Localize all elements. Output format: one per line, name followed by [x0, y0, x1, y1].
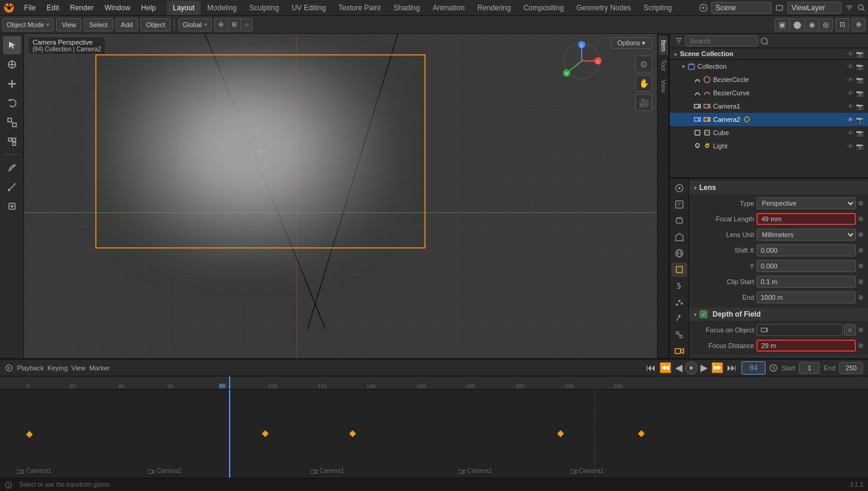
output-props-icon[interactable]	[671, 197, 687, 212]
scene-eye-icon[interactable]: 👁	[848, 51, 854, 57]
end-frame-input[interactable]: 250	[839, 362, 863, 374]
view-layer-input[interactable]	[787, 2, 841, 14]
physics-props-icon[interactable]	[671, 311, 687, 326]
tab-texture-paint[interactable]: Texture Paint	[333, 1, 387, 15]
transform-selector[interactable]: Global ▾	[178, 18, 212, 31]
aperture-section-header[interactable]: ▾ Aperture	[689, 355, 868, 358]
lens-section-header[interactable]: ▾ Lens	[689, 181, 868, 194]
camera1-row[interactable]: Camera1 👁 📷	[670, 100, 868, 113]
shift-x-value[interactable]: 0.000	[756, 244, 856, 256]
proportional-btn[interactable]: ○	[241, 20, 253, 30]
scene-props-icon[interactable]	[671, 230, 687, 245]
snap-btn[interactable]: ⊞	[228, 19, 241, 30]
cursor-icon[interactable]	[3, 55, 21, 74]
object-props-icon[interactable]	[671, 262, 687, 277]
scene-camera-icon[interactable]: 📷	[856, 51, 863, 57]
annotate-icon[interactable]	[3, 159, 21, 177]
focus-object-picker[interactable]	[756, 324, 843, 336]
menu-render[interactable]: Render	[65, 2, 98, 13]
tab-sculpting[interactable]: Sculpting	[244, 1, 285, 15]
zoom-to-fit-icon[interactable]: ⊙	[635, 55, 652, 72]
select-menu[interactable]: Select	[84, 18, 113, 31]
focus-object-clear[interactable]: ✕	[844, 324, 856, 336]
focal-length-dot[interactable]	[858, 217, 863, 221]
measure-icon[interactable]	[3, 178, 21, 196]
render-props-icon[interactable]	[671, 181, 687, 196]
render-btn[interactable]: ◎	[819, 19, 832, 30]
shift-x-dot[interactable]	[858, 248, 863, 253]
play-backward-btn[interactable]: ◀	[674, 361, 684, 375]
clip-end-dot[interactable]	[858, 295, 863, 300]
tab-animation[interactable]: Animation	[427, 1, 471, 15]
tab-rendering[interactable]: Rendering	[471, 1, 517, 15]
light-camera-icon[interactable]: 📷	[856, 143, 863, 150]
play-pause-btn[interactable]	[685, 361, 698, 375]
cube-row[interactable]: Cube 👁 📷	[670, 126, 868, 139]
collection-row[interactable]: ▾ Collection 👁 📷	[670, 60, 868, 73]
tab-shading[interactable]: Shading	[388, 1, 426, 15]
marker-menu[interactable]: Marker	[89, 364, 110, 372]
camera-data-icon[interactable]	[671, 343, 687, 358]
tab-uv-editing[interactable]: UV Editing	[286, 1, 332, 15]
prev-frame-btn[interactable]: ⏪	[658, 361, 673, 375]
cube-eye-icon[interactable]: 👁	[848, 130, 854, 136]
bezier-curve-row[interactable]: BezierCurve 👁 📷	[670, 86, 868, 100]
dof-enabled-checkbox[interactable]: ✓	[699, 310, 708, 318]
viewport-canvas[interactable]: Z X Y	[24, 34, 657, 358]
tool-tab[interactable]: Tool	[659, 56, 668, 74]
jump-start-btn[interactable]: ⏮	[645, 361, 657, 375]
clip-start-dot[interactable]	[858, 279, 863, 284]
menu-window[interactable]: Window	[99, 2, 135, 13]
hand-tool-icon[interactable]: ✋	[635, 75, 652, 92]
collection-camera-icon[interactable]: 📷	[856, 63, 863, 70]
item-tab[interactable]: Item	[659, 36, 668, 55]
shift-y-dot[interactable]	[858, 264, 863, 268]
select-tool-icon[interactable]	[3, 36, 21, 54]
bcv-eye-icon[interactable]: 👁	[848, 90, 854, 97]
cam1-camera-icon[interactable]: 📷	[856, 103, 863, 110]
next-frame-btn[interactable]: ⏩	[710, 361, 725, 375]
object-menu[interactable]: Object	[140, 18, 171, 31]
type-select[interactable]: Perspective	[756, 197, 856, 209]
focus-obj-dot[interactable]	[858, 328, 863, 332]
add-menu[interactable]: Add	[116, 18, 139, 31]
type-dot[interactable]	[858, 201, 863, 206]
clip-end-value[interactable]: 1000 m	[756, 291, 856, 303]
material-btn[interactable]: ◉	[805, 19, 819, 30]
menu-edit[interactable]: Edit	[42, 2, 64, 13]
view-layer-props-icon[interactable]	[671, 214, 687, 229]
shift-y-value[interactable]: 0.000	[756, 260, 856, 272]
camera-view-icon[interactable]: 🎥	[635, 94, 652, 111]
tab-scripting[interactable]: Scripting	[638, 1, 678, 15]
bc-camera-icon[interactable]: 📷	[856, 77, 863, 83]
keying-menu[interactable]: Keying	[48, 364, 68, 372]
clip-start-value[interactable]: 0.1 m	[756, 276, 856, 288]
cam1-eye-icon[interactable]: 👁	[848, 103, 854, 110]
solid-btn[interactable]: ⬤	[790, 19, 805, 30]
view-timeline-menu[interactable]: View	[71, 364, 86, 372]
tab-geometry-nodes[interactable]: Geometry Nodes	[570, 1, 637, 15]
object-constraints-icon[interactable]	[671, 327, 687, 342]
overlay-btn[interactable]: ⊡	[835, 18, 849, 31]
transform-icon[interactable]	[3, 133, 21, 151]
rotate-icon[interactable]	[3, 94, 21, 112]
modifier-props-icon[interactable]	[671, 278, 687, 293]
bezier-circle-row[interactable]: BezierCircle 👁 📷	[670, 73, 868, 86]
lens-unit-select[interactable]: Millimeters	[756, 229, 856, 241]
light-eye-icon[interactable]: 👁	[848, 143, 854, 150]
cam2-camera-icon[interactable]: 📷	[856, 116, 863, 123]
view-tab[interactable]: View	[659, 76, 668, 97]
pivot-btn[interactable]: ⊕	[215, 19, 228, 30]
play-forward-btn[interactable]: ▶	[699, 361, 709, 375]
cam2-eye-icon[interactable]: 👁	[848, 116, 854, 123]
current-frame-input[interactable]: 84	[741, 361, 766, 375]
cube-camera-icon[interactable]: 📷	[856, 130, 863, 136]
gizmo-btn[interactable]: ⊕	[852, 18, 866, 31]
wireframe-btn[interactable]: ▣	[775, 19, 790, 30]
menu-file[interactable]: File	[19, 2, 40, 13]
dof-section-header[interactable]: ▾ ✓ Depth of Field	[689, 308, 868, 321]
bcv-camera-icon[interactable]: 📷	[856, 90, 863, 97]
focal-length-value[interactable]: 49 mm	[756, 213, 856, 225]
timeline-tracks[interactable]: Camera1 Camera2 Camera1 Camera2 Camera1	[0, 390, 868, 478]
move-icon[interactable]	[3, 75, 21, 93]
